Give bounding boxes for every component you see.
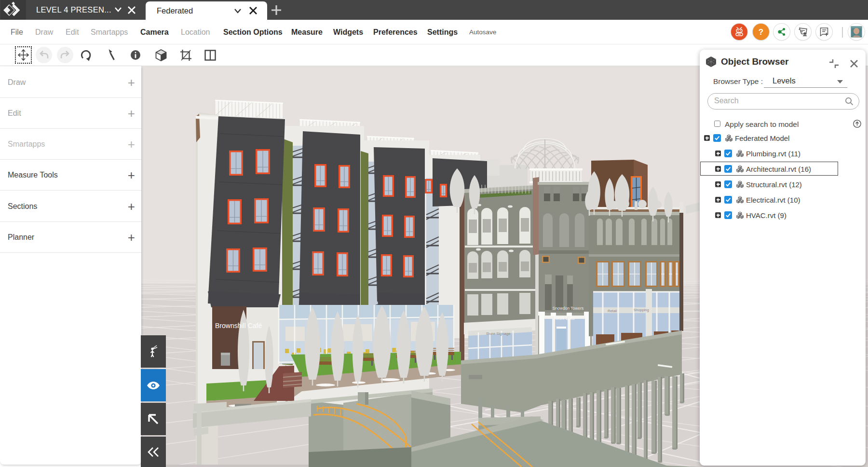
svg-text:/Work Lofts: /Work Lofts bbox=[554, 316, 575, 321]
svg-text:Snowdon Towers: Snowdon Towers bbox=[553, 306, 584, 311]
svg-text:Brownshill Café: Brownshill Café bbox=[215, 322, 262, 330]
svg-text:?: ? bbox=[759, 27, 763, 37]
svg-text:Store Signage: Store Signage bbox=[486, 331, 511, 336]
svg-text:Retail: Retail bbox=[608, 309, 617, 313]
svg-text:Shopping: Shopping bbox=[634, 308, 649, 312]
